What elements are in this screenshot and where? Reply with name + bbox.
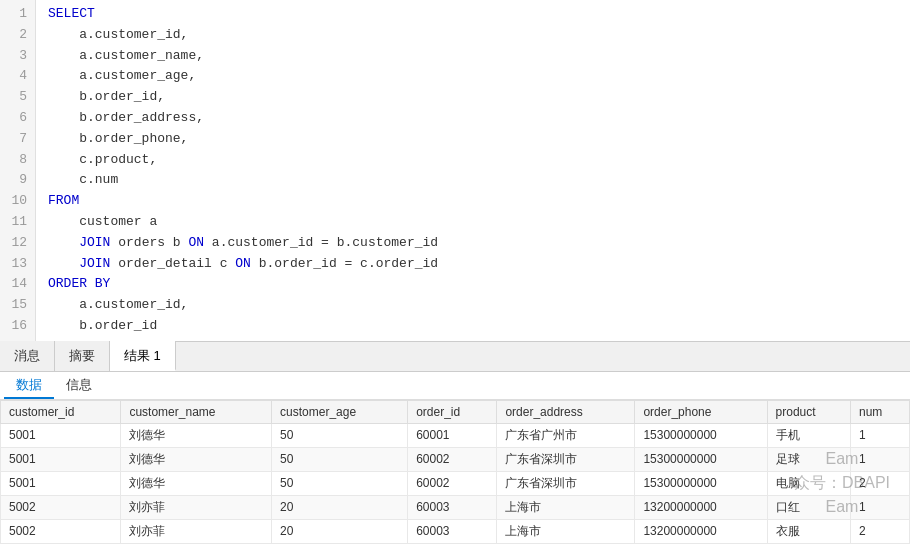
cell-product: 手机 <box>767 423 850 447</box>
main-tab-2[interactable]: 结果 1 <box>110 341 176 371</box>
cell-order_phone: 15300000000 <box>635 447 767 471</box>
cell-customer_name: 刘亦菲 <box>121 495 272 519</box>
line-number: 2 <box>8 25 27 46</box>
cell-order_phone: 13200000000 <box>635 519 767 543</box>
cell-customer_name: 刘德华 <box>121 471 272 495</box>
col-header-order_phone: order_phone <box>635 400 767 423</box>
cell-order_address: 广东省广州市 <box>497 423 635 447</box>
code-line: a.customer_id, <box>48 25 898 46</box>
cell-num: 1 <box>850 423 909 447</box>
cell-customer_id: 5002 <box>1 495 121 519</box>
col-header-customer_id: customer_id <box>1 400 121 423</box>
cell-order_address: 上海市 <box>497 495 635 519</box>
cell-product: 口红 <box>767 495 850 519</box>
line-number: 11 <box>8 212 27 233</box>
cell-customer_id: 5001 <box>1 423 121 447</box>
line-number: 8 <box>8 150 27 171</box>
cell-order_address: 广东省深圳市 <box>497 471 635 495</box>
code-line: c.num <box>48 170 898 191</box>
cell-order_id: 60002 <box>408 471 497 495</box>
code-line: b.order_phone, <box>48 129 898 150</box>
table-row: 5002刘亦菲2060003上海市13200000000口红1 <box>1 495 910 519</box>
sub-tab-0[interactable]: 数据 <box>4 371 54 399</box>
sub-tabs-bar: 数据信息 <box>0 372 910 400</box>
cell-order_phone: 15300000000 <box>635 423 767 447</box>
line-number: 1 <box>8 4 27 25</box>
code-line: b.order_id, <box>48 87 898 108</box>
cell-customer_age: 50 <box>272 447 408 471</box>
cell-product: 足球 <box>767 447 850 471</box>
cell-num: 1 <box>850 447 909 471</box>
col-header-customer_age: customer_age <box>272 400 408 423</box>
table-row: 5002刘亦菲2060003上海市13200000000衣服2 <box>1 519 910 543</box>
results-table: customer_idcustomer_namecustomer_ageorde… <box>0 400 910 544</box>
cell-order_id: 60003 <box>408 519 497 543</box>
code-line: a.customer_age, <box>48 66 898 87</box>
code-line: b.order_address, <box>48 108 898 129</box>
cell-order_id: 60003 <box>408 495 497 519</box>
table-row: 5001刘德华5060002广东省深圳市15300000000电脑2 <box>1 471 910 495</box>
cell-order_phone: 15300000000 <box>635 471 767 495</box>
line-numbers: 12345678910111213141516 <box>0 0 36 341</box>
sub-tab-1[interactable]: 信息 <box>54 371 104 399</box>
cell-customer_age: 20 <box>272 519 408 543</box>
results-area[interactable]: customer_idcustomer_namecustomer_ageorde… <box>0 400 910 549</box>
code-line: a.customer_id, <box>48 295 898 316</box>
cell-customer_id: 5002 <box>1 519 121 543</box>
col-header-product: product <box>767 400 850 423</box>
line-number: 12 <box>8 233 27 254</box>
cell-order_id: 60001 <box>408 423 497 447</box>
line-number: 5 <box>8 87 27 108</box>
cell-customer_name: 刘德华 <box>121 423 272 447</box>
col-header-order_id: order_id <box>408 400 497 423</box>
line-number: 13 <box>8 254 27 275</box>
cell-num: 1 <box>850 495 909 519</box>
main-container: 12345678910111213141516 SELECT a.custome… <box>0 0 910 549</box>
cell-order_id: 60002 <box>408 447 497 471</box>
line-number: 15 <box>8 295 27 316</box>
bottom-section: 消息摘要结果 1 数据信息 customer_idcustomer_namecu… <box>0 342 910 549</box>
cell-customer_id: 5001 <box>1 471 121 495</box>
code-line: customer a <box>48 212 898 233</box>
line-number: 9 <box>8 170 27 191</box>
col-header-order_address: order_address <box>497 400 635 423</box>
cell-customer_age: 50 <box>272 471 408 495</box>
code-line: c.product, <box>48 150 898 171</box>
code-content[interactable]: SELECT a.customer_id, a.customer_name, a… <box>36 0 910 341</box>
col-header-customer_name: customer_name <box>121 400 272 423</box>
code-line: ORDER BY <box>48 274 898 295</box>
line-number: 14 <box>8 274 27 295</box>
cell-customer_name: 刘亦菲 <box>121 519 272 543</box>
col-header-num: num <box>850 400 909 423</box>
line-number: 6 <box>8 108 27 129</box>
cell-order_address: 上海市 <box>497 519 635 543</box>
cell-product: 衣服 <box>767 519 850 543</box>
code-line: FROM <box>48 191 898 212</box>
main-tab-1[interactable]: 摘要 <box>55 341 110 371</box>
cell-customer_age: 50 <box>272 423 408 447</box>
table-row: 5001刘德华5060002广东省深圳市15300000000足球1 <box>1 447 910 471</box>
cell-customer_id: 5001 <box>1 447 121 471</box>
code-line: b.order_id <box>48 316 898 337</box>
code-line: JOIN order_detail c ON b.order_id = c.or… <box>48 254 898 275</box>
table-row: 5001刘德华5060001广东省广州市15300000000手机1 <box>1 423 910 447</box>
line-number: 3 <box>8 46 27 67</box>
cell-customer_name: 刘德华 <box>121 447 272 471</box>
code-editor: 12345678910111213141516 SELECT a.custome… <box>0 0 910 342</box>
main-tabs-bar: 消息摘要结果 1 <box>0 342 910 372</box>
cell-order_phone: 13200000000 <box>635 495 767 519</box>
cell-num: 2 <box>850 471 909 495</box>
code-line: a.customer_name, <box>48 46 898 67</box>
line-number: 4 <box>8 66 27 87</box>
cell-customer_age: 20 <box>272 495 408 519</box>
code-line: JOIN orders b ON a.customer_id = b.custo… <box>48 233 898 254</box>
code-line: SELECT <box>48 4 898 25</box>
line-number: 10 <box>8 191 27 212</box>
cell-order_address: 广东省深圳市 <box>497 447 635 471</box>
line-number: 16 <box>8 316 27 337</box>
cell-num: 2 <box>850 519 909 543</box>
main-tab-0[interactable]: 消息 <box>0 341 55 371</box>
cell-product: 电脑 <box>767 471 850 495</box>
line-number: 7 <box>8 129 27 150</box>
